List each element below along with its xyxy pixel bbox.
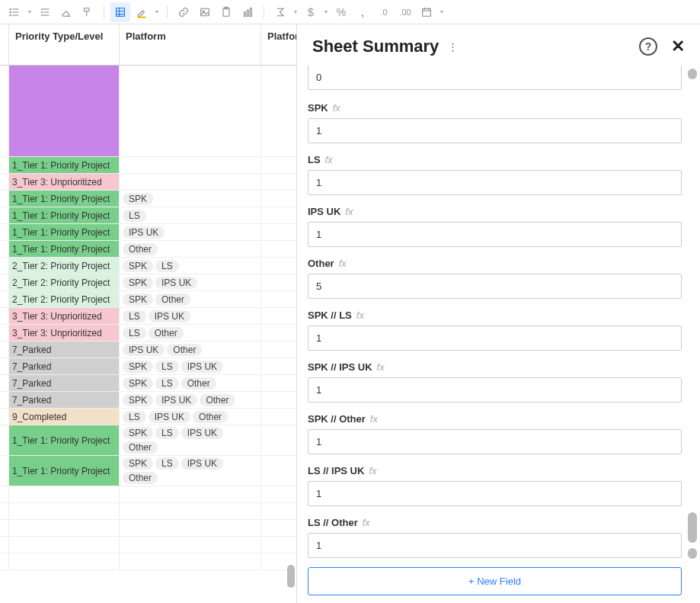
grid-view-icon[interactable] bbox=[110, 2, 130, 22]
cell-priority[interactable]: 1_Tier 1: Priority Project bbox=[9, 241, 120, 257]
grid-row[interactable]: 3_Tier 3: Unprioritized bbox=[0, 174, 296, 191]
summary-field-value[interactable]: 5 bbox=[308, 274, 682, 299]
format-painter-icon[interactable] bbox=[78, 2, 97, 22]
percent-icon[interactable]: % bbox=[331, 2, 351, 22]
grid-row[interactable]: 7_ParkedSPKLSIPS UK bbox=[0, 358, 296, 375]
cell-platform[interactable]: LS bbox=[120, 207, 261, 223]
clipboard-icon[interactable] bbox=[216, 2, 236, 22]
cell-platform[interactable] bbox=[120, 174, 261, 190]
cell-platform[interactable] bbox=[120, 520, 261, 536]
cell-priority[interactable] bbox=[9, 503, 120, 519]
grid-row[interactable]: 1_Tier 1: Priority ProjectOther bbox=[0, 241, 296, 258]
cell-platform[interactable]: SPK bbox=[120, 191, 261, 207]
vertical-scrollbar-thumb[interactable] bbox=[688, 548, 697, 559]
grid-row[interactable]: 9_CompletedLSIPS UKOther bbox=[0, 409, 296, 425]
cell-platform[interactable]: SPKIPS UK bbox=[120, 274, 261, 290]
cell-priority[interactable]: 2_Tier 2: Priority Project bbox=[9, 291, 120, 307]
summary-field-value[interactable]: 1 bbox=[308, 118, 682, 143]
cell-priority[interactable] bbox=[9, 486, 120, 502]
summary-field-value[interactable]: 1 bbox=[308, 170, 682, 195]
cell-priority[interactable]: 2_Tier 2: Priority Project bbox=[9, 258, 120, 274]
kebab-menu-icon[interactable]: ⋮ bbox=[448, 41, 458, 53]
increase-decimal-icon[interactable]: .00 bbox=[395, 2, 415, 22]
sigma-icon[interactable] bbox=[270, 2, 290, 22]
cell-priority[interactable]: 1_Tier 1: Priority Project bbox=[9, 425, 120, 455]
cell-platform[interactable]: IPS UK bbox=[120, 224, 261, 240]
dropdown-icon[interactable]: ▾ bbox=[438, 8, 446, 15]
summary-field-value[interactable]: 1 bbox=[308, 377, 682, 403]
cell-priority[interactable]: 1_Tier 1: Priority Project bbox=[9, 157, 120, 173]
cell-platform[interactable]: LSIPS UKOther bbox=[120, 409, 261, 425]
grid-row[interactable]: 2_Tier 2: Priority ProjectSPKIPS UK bbox=[0, 274, 296, 291]
cell-platform[interactable]: SPKLS bbox=[120, 258, 261, 274]
column-header-platform-level[interactable]: Platform Level bbox=[261, 24, 296, 65]
decrease-decimal-icon[interactable]: .0 bbox=[374, 2, 394, 22]
cell-platform[interactable]: SPKLSIPS UKOther bbox=[120, 456, 261, 486]
cell-priority[interactable]: 1_Tier 1: Priority Project bbox=[9, 191, 120, 207]
thousands-icon[interactable]: , bbox=[353, 2, 372, 22]
vertical-scrollbar-thumb[interactable] bbox=[287, 565, 295, 588]
currency-icon[interactable]: $ bbox=[301, 2, 321, 22]
cell-platform[interactable]: Other bbox=[120, 241, 261, 257]
summary-field-value[interactable]: 1 bbox=[308, 481, 682, 506]
grid-row[interactable]: 7_ParkedIPS UKOther bbox=[0, 342, 296, 358]
grid-row-empty[interactable] bbox=[0, 503, 296, 520]
link-icon[interactable] bbox=[174, 2, 193, 22]
summary-field-value[interactable]: 1 bbox=[308, 429, 682, 454]
outdent-icon[interactable] bbox=[35, 2, 55, 22]
help-icon[interactable]: ? bbox=[639, 37, 657, 56]
highlighter-icon[interactable] bbox=[132, 2, 152, 22]
grid-row[interactable]: 3_Tier 3: UnprioritizedLSOther bbox=[0, 325, 296, 342]
grid-row[interactable]: 2_Tier 2: Priority ProjectSPKOther bbox=[0, 291, 296, 308]
grid-row[interactable]: 3_Tier 3: UnprioritizedLSIPS UK bbox=[0, 308, 296, 325]
summary-field-value[interactable]: 1 bbox=[308, 222, 682, 247]
grid-row[interactable]: 2_Tier 2: Priority ProjectSPKLS bbox=[0, 258, 296, 274]
cell-priority[interactable]: 9_Completed bbox=[9, 409, 120, 425]
bullet-list-icon[interactable] bbox=[5, 2, 24, 22]
cell-priority[interactable]: 1_Tier 1: Priority Project bbox=[9, 224, 120, 240]
cell-platform[interactable]: SPKOther bbox=[120, 291, 261, 307]
cell-priority[interactable]: 3_Tier 3: Unprioritized bbox=[9, 325, 120, 341]
dropdown-icon[interactable]: ▾ bbox=[292, 8, 299, 15]
cell-priority[interactable] bbox=[9, 537, 120, 553]
column-header-priority[interactable]: Priority Type/Level bbox=[9, 24, 120, 65]
dropdown-icon[interactable]: ▾ bbox=[153, 8, 161, 15]
grid-row-empty[interactable] bbox=[0, 520, 296, 537]
summary-field-value[interactable]: 1 bbox=[308, 326, 682, 351]
column-header-platform[interactable]: Platform bbox=[120, 24, 261, 65]
cell-platform[interactable]: SPKIPS UKOther bbox=[120, 392, 261, 408]
cell-priority[interactable]: 1_Tier 1: Priority Project bbox=[9, 207, 120, 223]
grid-row[interactable]: 1_Tier 1: Priority ProjectLS bbox=[0, 207, 296, 224]
cell-priority[interactable]: 3_Tier 3: Unprioritized bbox=[9, 174, 120, 190]
grid-row[interactable]: 1_Tier 1: Priority ProjectSPK bbox=[0, 191, 296, 207]
date-format-icon[interactable] bbox=[417, 2, 436, 22]
grid-row-empty[interactable] bbox=[0, 553, 296, 570]
grid-row-empty[interactable] bbox=[0, 537, 296, 553]
summary-field-value[interactable]: 0 bbox=[308, 66, 682, 90]
cell-priority[interactable] bbox=[9, 520, 120, 536]
grid-row[interactable]: 7_ParkedSPKIPS UKOther bbox=[0, 392, 296, 409]
image-icon[interactable] bbox=[195, 2, 215, 22]
cell-platform[interactable] bbox=[120, 66, 261, 156]
cell-platform[interactable] bbox=[120, 503, 261, 519]
cell-priority[interactable]: 7_Parked bbox=[9, 392, 120, 408]
dropdown-icon[interactable]: ▾ bbox=[322, 8, 330, 15]
dropdown-icon[interactable]: ▾ bbox=[26, 8, 34, 15]
grid-row[interactable]: 7_ParkedSPKLSOther bbox=[0, 375, 296, 392]
new-field-button[interactable]: + New Field bbox=[308, 567, 682, 595]
grid-row[interactable]: 1_Tier 1: Priority Project bbox=[0, 157, 296, 174]
grid-row[interactable]: 1_Tier 1: Priority ProjectSPKLSIPS UKOth… bbox=[0, 456, 296, 486]
grid-row[interactable]: 1_Tier 1: Priority ProjectIPS UK bbox=[0, 224, 296, 241]
vertical-scrollbar-thumb[interactable] bbox=[688, 512, 697, 543]
cell-priority[interactable]: 7_Parked bbox=[9, 375, 120, 391]
grid-row-empty[interactable] bbox=[0, 486, 296, 503]
cell-platform[interactable] bbox=[120, 537, 261, 553]
summary-field-value[interactable]: 1 bbox=[308, 533, 682, 558]
cell-platform[interactable]: SPKLSIPS UKOther bbox=[120, 425, 261, 455]
cell-priority[interactable]: 7_Parked bbox=[9, 358, 120, 374]
cell-platform[interactable]: IPS UKOther bbox=[120, 342, 261, 358]
cell-platform[interactable] bbox=[120, 553, 261, 569]
cell-platform[interactable]: SPKLSOther bbox=[120, 375, 261, 391]
bar-chart-icon[interactable] bbox=[238, 2, 257, 22]
grid-row-blank[interactable] bbox=[0, 66, 296, 157]
